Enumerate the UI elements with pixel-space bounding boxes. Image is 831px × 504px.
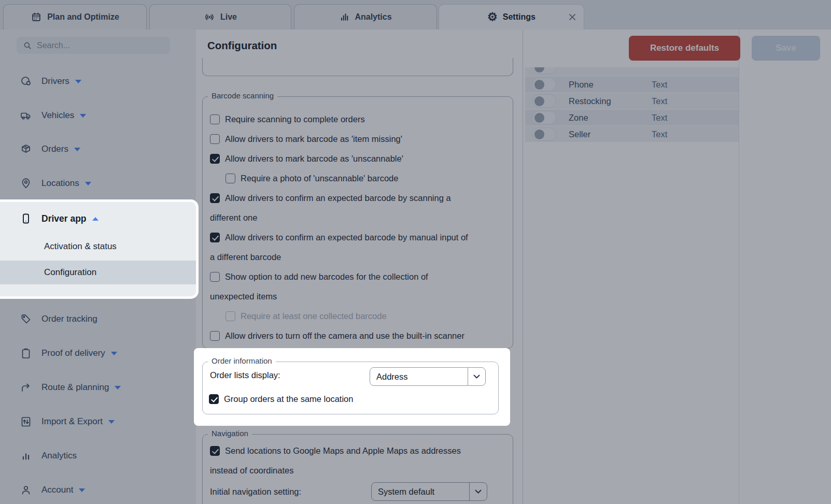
sidebar-item-drivers[interactable]: Drivers — [0, 71, 196, 92]
order-lists-display-select[interactable]: Address — [370, 367, 486, 386]
table-row: Restocking Text — [525, 92, 739, 109]
checkbox[interactable] — [210, 114, 220, 124]
fieldset-legend: Barcode scanning — [208, 91, 277, 100]
chevron-down-icon — [115, 386, 121, 390]
checkbox[interactable] — [210, 134, 220, 144]
sidebar-item-label: Order tracking — [41, 314, 97, 324]
chevron-down-icon — [74, 148, 80, 151]
restore-defaults-button[interactable]: Restore defaults — [629, 36, 740, 61]
right-panel: Phone Text Restocking Text Zone Text Sel… — [523, 30, 831, 504]
row-label: Seller — [569, 129, 652, 139]
checkbox-label: Send locations to Google Maps and Apple … — [210, 446, 461, 475]
chevron-down-icon — [79, 488, 85, 492]
checkbox-row: Send locations to Google Maps and Apple … — [210, 441, 469, 480]
row-type: Text — [652, 129, 667, 139]
import-export-icon — [20, 415, 32, 428]
sidebar-item-import-export[interactable]: Import & Export — [0, 411, 196, 432]
toggle-switch[interactable] — [532, 67, 556, 74]
sidebar-item-configuration[interactable]: Configuration — [0, 261, 196, 284]
checkbox-row: Require at least one collected barcode — [226, 306, 505, 326]
select-label: Order lists display: — [210, 370, 280, 380]
checkbox-label: Allow drivers to mark barcode as 'unscan… — [225, 154, 403, 163]
tab-label: Plan and Optimize — [47, 12, 119, 22]
navigation-fieldset: Navigation Send locations to Google Maps… — [202, 434, 513, 504]
initial-navigation-row: Initial navigation setting: System defau… — [210, 482, 505, 504]
tab-live[interactable]: Live — [149, 4, 291, 30]
previous-fieldset-edge — [202, 58, 513, 76]
tab-label: Settings — [503, 12, 536, 22]
select-value: System default — [378, 482, 434, 501]
chevron-down-icon — [108, 420, 115, 424]
sidebar-item-locations[interactable]: Locations — [0, 173, 196, 194]
chevron-up-icon — [92, 217, 98, 221]
chevron-down-icon — [111, 352, 117, 355]
sidebar-item-analytics[interactable]: Analytics — [0, 445, 196, 466]
bars-icon — [20, 450, 32, 462]
search-box[interactable] — [17, 37, 170, 54]
tab-bar: Plan and Optimize Live Analytics — [0, 0, 831, 30]
checkbox-label: Require a photo of 'unscannable' barcode — [241, 174, 398, 183]
tab-settings[interactable]: ⚙ Settings — [439, 4, 584, 30]
row-label: Phone — [569, 80, 652, 90]
checkbox[interactable] — [210, 193, 220, 203]
close-icon[interactable] — [568, 13, 576, 21]
order-information-fieldset: Order information Order lists display: A… — [202, 362, 499, 414]
chevron-down-icon — [85, 182, 91, 185]
tab-analytics[interactable]: Analytics — [294, 4, 437, 30]
sidebar-item-order-tracking[interactable]: Order tracking — [0, 309, 196, 329]
toggle-switch[interactable] — [532, 78, 556, 91]
main-content: Configuration Barcode scanning Require s… — [196, 30, 523, 504]
checkbox-label: Require scanning to complete orders — [225, 114, 365, 124]
order-information-spotlight: Order information Order lists display: A… — [194, 348, 510, 426]
sidebar-item-label: Vehicles — [41, 110, 74, 121]
box-icon — [20, 143, 32, 155]
fieldset-legend: Order information — [208, 356, 276, 365]
barcode-scanning-fieldset: Barcode scanning Require scanning to com… — [202, 96, 513, 349]
sidebar-item-proof-of-delivery[interactable]: Proof of delivery — [0, 343, 196, 364]
analytics-icon — [339, 12, 349, 22]
search-input[interactable] — [37, 41, 164, 50]
checkbox[interactable] — [210, 331, 220, 341]
checkbox[interactable] — [209, 394, 219, 404]
order-fields-table: Phone Text Restocking Text Zone Text Sel… — [525, 67, 739, 142]
toggle-switch[interactable] — [532, 127, 556, 141]
checkbox[interactable] — [210, 233, 220, 242]
toggle-switch[interactable] — [532, 94, 556, 108]
route-icon — [20, 381, 32, 394]
panel-divider — [739, 30, 739, 504]
sidebar-item-label: Orders — [41, 144, 68, 154]
row-type: Text — [652, 113, 667, 123]
sidebar-item-account[interactable]: Account — [0, 480, 196, 500]
sidebar-item-orders[interactable]: Orders — [0, 139, 196, 160]
select-value: Address — [376, 372, 408, 382]
tab-label: Analytics — [355, 12, 391, 22]
tab-plan-and-optimize[interactable]: Plan and Optimize — [3, 4, 147, 30]
sidebar-item-activation-status[interactable]: Activation & status — [0, 235, 196, 258]
checkbox-label: Require at least one collected barcode — [241, 311, 387, 321]
sidebar-item-label: Account — [41, 485, 73, 495]
sidebar-item-label: Import & Export — [41, 416, 103, 427]
driver-icon — [20, 75, 32, 88]
sidebar-item-driver-app[interactable]: Driver app — [0, 207, 196, 230]
sidebar-item-vehicles[interactable]: Vehicles — [0, 105, 196, 126]
sidebar-item-route-planning[interactable]: Route & planning — [0, 377, 196, 398]
sidebar-item-label: Proof of delivery — [41, 348, 105, 358]
pin-icon — [20, 177, 32, 190]
gear-icon: ⚙ — [487, 11, 498, 23]
fieldset-legend: Navigation — [208, 429, 252, 438]
page-title: Configuration — [207, 39, 277, 52]
checkbox[interactable] — [210, 154, 220, 164]
save-button[interactable]: Save — [752, 36, 820, 61]
checkbox[interactable] — [210, 446, 220, 456]
search-icon — [23, 41, 32, 50]
initial-navigation-select[interactable]: System default — [371, 482, 487, 501]
checkbox-row: Group orders at the same location — [209, 391, 353, 407]
checkbox-row: Allow drivers to confirm an expected bar… — [210, 227, 469, 267]
clipboard-icon — [20, 347, 32, 359]
sidebar-item-label: Route & planning — [41, 382, 109, 393]
checkbox-label: Allow drivers to confirm an expected bar… — [210, 233, 468, 262]
truck-icon — [20, 109, 32, 122]
checkbox[interactable] — [210, 272, 220, 282]
checkbox[interactable] — [226, 174, 235, 183]
toggle-switch[interactable] — [532, 111, 556, 124]
